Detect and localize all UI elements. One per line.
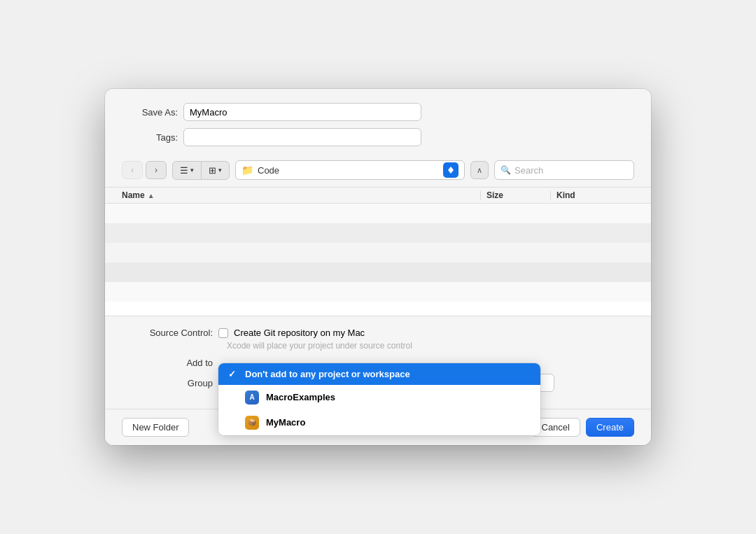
svg-marker-0 [448, 167, 454, 170]
add-to-dropdown-menu[interactable]: ✓ Don't add to any project or workspace … [218, 363, 540, 435]
file-list-header: Name ▲ Size Kind [105, 188, 651, 204]
source-control-checkbox[interactable] [218, 328, 228, 338]
dropdown-item-label: Don't add to any project or workspace [245, 369, 410, 379]
expand-button[interactable]: ∧ [470, 161, 489, 179]
dropdown-item-no-project[interactable]: ✓ Don't add to any project or workspace [218, 363, 540, 385]
save-as-row: Save As: [122, 103, 634, 121]
bottom-area: Source Control: Create Git repository on… [105, 316, 651, 409]
footer-right: Cancel Create [531, 418, 635, 437]
location-name: Code [258, 165, 439, 176]
dropdown-item-macro-examples[interactable]: A MacroExamples [218, 385, 540, 410]
grid-view-button[interactable]: ⊞ ▾ [201, 162, 229, 179]
tags-input[interactable] [183, 128, 421, 146]
forward-icon: › [155, 165, 158, 175]
dialog-top: Save As: Tags: [105, 89, 651, 146]
tags-label: Tags: [122, 132, 178, 143]
dropdown-item-label: MacroExamples [266, 392, 335, 402]
save-as-label: Save As: [122, 107, 178, 118]
folder-icon: 📁 [241, 164, 253, 176]
new-folder-button[interactable]: New Folder [122, 418, 189, 437]
list-chevron-icon: ▾ [190, 167, 194, 174]
file-row [105, 282, 651, 302]
file-list-body [105, 204, 651, 316]
search-icon: 🔍 [500, 165, 511, 175]
back-icon: ‹ [131, 165, 134, 175]
svg-marker-1 [448, 170, 454, 174]
checkmark-icon: ✓ [228, 369, 238, 379]
file-row [105, 243, 651, 262]
toolbar: ‹ › ☰ ▾ ⊞ ▾ 📁 Code [105, 153, 651, 188]
source-control-label: Source Control: [122, 328, 213, 338]
tags-row: Tags: [122, 128, 634, 146]
source-control-hint: Xcode will place your project under sour… [227, 341, 634, 351]
sort-arrow-icon: ▲ [148, 192, 155, 199]
column-kind[interactable]: Kind [550, 190, 634, 200]
my-macro-icon: 📦 [245, 416, 259, 430]
save-dialog: Save As: Tags: ‹ › ☰ ▾ ⊞ ▾ [105, 89, 651, 445]
source-control-row: Source Control: Create Git repository on… [122, 328, 634, 338]
file-row [105, 223, 651, 243]
location-bar[interactable]: 📁 Code [235, 160, 465, 180]
save-as-input[interactable] [183, 103, 421, 121]
list-view-icon: ☰ [180, 165, 188, 176]
column-size[interactable]: Size [480, 190, 550, 200]
source-control-git-label: Create Git repository on my Mac [234, 328, 365, 338]
file-row [105, 204, 651, 223]
group-label: Group [122, 378, 213, 388]
nav-group: ‹ › [122, 161, 167, 179]
forward-button[interactable]: › [146, 161, 167, 179]
file-row [105, 262, 651, 282]
expand-icon: ∧ [477, 166, 482, 175]
add-to-label: Add to [122, 358, 213, 368]
column-name[interactable]: Name ▲ [122, 190, 480, 200]
macro-examples-icon: A [245, 391, 259, 405]
location-arrows-button[interactable] [443, 162, 458, 178]
dropdown-item-label: MyMacro [266, 417, 305, 428]
view-toggle-group: ☰ ▾ ⊞ ▾ [172, 161, 230, 180]
grid-chevron-icon: ▾ [218, 167, 222, 174]
create-button[interactable]: Create [586, 418, 634, 437]
search-input[interactable] [514, 165, 628, 176]
list-view-button[interactable]: ☰ ▾ [173, 162, 201, 179]
dropdown-item-my-macro[interactable]: 📦 MyMacro [218, 410, 540, 435]
search-box[interactable]: 🔍 [494, 160, 634, 180]
back-button[interactable]: ‹ [122, 161, 143, 179]
grid-view-icon: ⊞ [209, 165, 216, 176]
add-to-row: Add to ✓ Don't add to any project or wor… [122, 358, 634, 368]
